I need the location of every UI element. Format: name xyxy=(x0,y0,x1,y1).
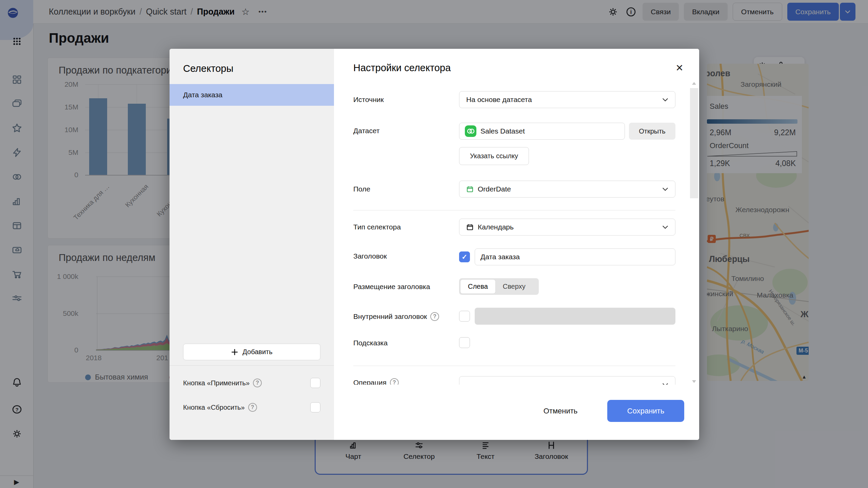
selector-settings-panel: Настройки селектора Источник На основе д… xyxy=(334,49,699,440)
chevron-down-icon xyxy=(662,383,668,385)
settings-scroll-area: Настройки селектора Источник На основе д… xyxy=(334,49,689,385)
close-dialog-button[interactable]: ✕ xyxy=(673,62,686,74)
help-icon[interactable]: ? xyxy=(253,379,262,387)
reset-button-row: Кнопка «Сбросить» ? xyxy=(183,401,320,414)
dialog-scrollbar[interactable] xyxy=(690,81,698,384)
placement-option-left[interactable]: Слева xyxy=(460,280,495,293)
operation-label-text: Операция xyxy=(353,379,387,385)
inner-title-label: Внутренний заголовок ? xyxy=(353,312,439,321)
scroll-up-icon[interactable] xyxy=(692,82,696,85)
reset-button-checkbox[interactable] xyxy=(310,402,320,412)
field-value: OrderDate xyxy=(478,185,511,193)
divider xyxy=(170,365,334,366)
scroll-down-icon[interactable] xyxy=(692,380,696,383)
source-label: Источник xyxy=(353,96,384,104)
title-placement-label: Размещение заголовка xyxy=(353,283,430,291)
open-dataset-button[interactable]: Открыть xyxy=(629,123,675,140)
divider xyxy=(353,210,675,210)
plus-icon xyxy=(231,348,238,356)
dialog-title: Настройки селектора xyxy=(353,62,451,74)
dataset-value: Sales Dataset xyxy=(480,127,525,135)
help-icon[interactable]: ? xyxy=(430,312,439,321)
inner-title-input xyxy=(475,308,675,325)
operation-select[interactable] xyxy=(459,376,675,385)
apply-button-label: Кнопка «Применить» xyxy=(183,379,250,387)
dataset-icon xyxy=(465,125,476,137)
title-input[interactable]: Дата заказа xyxy=(475,248,675,265)
reset-button-label: Кнопка «Сбросить» xyxy=(183,404,245,411)
apply-button-checkbox[interactable] xyxy=(310,378,320,388)
title-checkbox[interactable]: ✓ xyxy=(459,251,470,262)
selectors-panel-title: Селекторы xyxy=(183,63,233,74)
source-value: На основе датасета xyxy=(466,96,532,104)
check-icon: ✓ xyxy=(462,253,468,261)
divider xyxy=(353,366,675,366)
help-icon[interactable]: ? xyxy=(248,403,257,412)
add-selector-list-button[interactable]: Добавить xyxy=(183,344,320,360)
selector-type-label: Тип селектора xyxy=(353,223,401,231)
dialog-save-button[interactable]: Сохранить xyxy=(607,400,684,422)
title-label: Заголовок xyxy=(353,252,387,260)
add-button-label: Добавить xyxy=(242,348,272,356)
chevron-down-icon xyxy=(662,225,668,229)
hint-label: Подсказка xyxy=(353,339,388,347)
field-label: Поле xyxy=(353,185,370,193)
field-select[interactable]: OrderDate xyxy=(459,181,675,198)
dataset-label: Датасет xyxy=(353,127,380,135)
placement-option-top[interactable]: Сверху xyxy=(495,280,533,293)
source-select[interactable]: На основе датасета xyxy=(459,91,675,108)
apply-button-row: Кнопка «Применить» ? xyxy=(183,376,320,390)
scrollbar-thumb[interactable] xyxy=(690,88,698,198)
selector-type-select[interactable]: Календарь xyxy=(459,219,675,236)
inner-title-checkbox[interactable] xyxy=(459,311,470,322)
dialog-cancel-button[interactable]: Отменить xyxy=(542,400,579,422)
chevron-down-icon xyxy=(662,98,668,102)
hint-checkbox[interactable] xyxy=(459,337,470,348)
chevron-down-icon xyxy=(662,187,668,191)
inner-title-label-text: Внутренний заголовок xyxy=(353,312,427,321)
title-placement-segmented: Слева Сверху xyxy=(459,278,539,295)
selectors-list-panel: Селекторы Дата заказа Добавить Кнопка «П… xyxy=(170,49,334,440)
calendar-icon xyxy=(466,185,474,193)
selector-list-item[interactable]: Дата заказа xyxy=(170,84,334,106)
calendar-icon xyxy=(466,223,474,231)
selector-type-value: Календарь xyxy=(478,223,514,231)
help-icon[interactable]: ? xyxy=(390,378,399,385)
specify-link-button[interactable]: Указать ссылку xyxy=(459,147,529,165)
dataset-field[interactable]: Sales Dataset xyxy=(459,123,625,140)
selector-settings-dialog: Селекторы Дата заказа Добавить Кнопка «П… xyxy=(170,49,699,440)
operation-label: Операция ? xyxy=(353,378,399,385)
